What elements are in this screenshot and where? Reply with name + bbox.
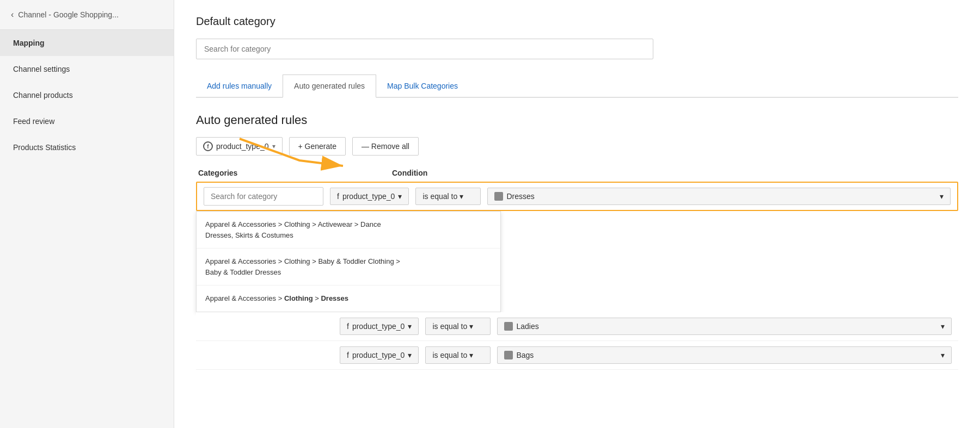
categories-column-header: Categories (196, 169, 359, 177)
feed-icon-3: f (347, 351, 349, 359)
chevron-3: ▾ (408, 351, 412, 359)
sidebar-item-mapping[interactable]: Mapping (0, 30, 174, 56)
rule-row-2-value[interactable]: Ladies ▾ (497, 318, 952, 335)
rule-category-search-input[interactable] (204, 187, 323, 206)
condition-label: product_type_0 (342, 192, 395, 201)
is-equal-chevron-icon: ▾ (460, 192, 463, 201)
rule-row-3-condition[interactable]: f product_type_0 ▾ (340, 346, 419, 364)
value-chevron-icon: ▾ (940, 192, 944, 201)
value-dropdown[interactable]: Dresses ▾ (487, 188, 951, 205)
is-equal-label: is equal to (422, 192, 457, 201)
chevron-down-icon: ▾ (272, 142, 275, 150)
sidebar-item-feed-review[interactable]: Feed review (0, 108, 174, 134)
sidebar-back-label: Channel - Google Shopping... (18, 10, 118, 19)
chevron-left-icon: ‹ (11, 10, 14, 20)
dropdown-result-3[interactable]: Apparel & Accessories > Clothing > Dress… (197, 286, 500, 312)
rule-row-3: f product_type_0 ▾ is equal to ▾ Bags ▾ (196, 341, 958, 370)
tabs-bar: Add rules manually Auto generated rules … (196, 75, 958, 98)
generate-button[interactable]: + Generate (289, 137, 346, 156)
rule-row-3-value[interactable]: Bags ▾ (497, 346, 952, 364)
sidebar-item-products-statistics[interactable]: Products Statistics (0, 134, 174, 160)
rule-row-2-condition[interactable]: f product_type_0 ▾ (340, 318, 419, 335)
dropdown-result-2[interactable]: Apparel & Accessories > Clothing > Baby … (197, 249, 500, 286)
value-label: Dresses (506, 192, 534, 201)
chevron-2: ▾ (408, 322, 412, 331)
condition-chevron-icon: ▾ (398, 192, 402, 201)
product-type-label: product_type_0 (216, 142, 269, 151)
chevron-3c: ▾ (941, 351, 945, 359)
dropdown-result-1[interactable]: Apparel & Accessories > Clothing > Activ… (197, 212, 500, 249)
sidebar-nav: Mapping Channel settings Channel product… (0, 30, 174, 160)
product-type-dropdown[interactable]: f product_type_0 ▾ (196, 137, 283, 156)
value-icon (494, 192, 503, 201)
is-equal-dropdown[interactable]: is equal to ▾ (415, 188, 481, 205)
chevron-2c: ▾ (941, 322, 945, 331)
sidebar-back-button[interactable]: ‹ Channel - Google Shopping... (0, 0, 174, 30)
chevron-3b: ▾ (469, 351, 473, 359)
rule-row-2: f product_type_0 ▾ is equal to ▾ Ladies … (196, 312, 958, 341)
rules-controls: f product_type_0 ▾ + Generate — Remove a… (196, 137, 958, 156)
sidebar-item-channel-settings[interactable]: Channel settings (0, 56, 174, 82)
tab-auto-generated-rules[interactable]: Auto generated rules (283, 75, 376, 98)
category-dropdown-results: Apparel & Accessories > Clothing > Activ… (196, 211, 501, 312)
remove-all-button[interactable]: — Remove all (352, 137, 419, 156)
default-category-search-input[interactable] (196, 39, 653, 59)
feed-icon-2: f (347, 322, 349, 331)
chevron-2b: ▾ (469, 322, 473, 331)
default-category-title: Default category (196, 15, 958, 28)
condition-feed-icon: f (337, 192, 339, 201)
main-content: Default category Add rules manually Auto… (174, 0, 980, 428)
val-icon-3 (504, 351, 513, 359)
condition-column-header: Condition (392, 169, 427, 177)
tab-map-bulk-categories[interactable]: Map Bulk Categories (376, 75, 469, 97)
auto-rules-title: Auto generated rules (196, 113, 958, 127)
feed-icon: f (203, 141, 213, 151)
rule-row-2-is-equal[interactable]: is equal to ▾ (425, 318, 491, 335)
table-headers: Categories Condition (196, 169, 958, 182)
sidebar: ‹ Channel - Google Shopping... Mapping C… (0, 0, 174, 428)
val-icon-2 (504, 322, 513, 331)
rule-condition-dropdown[interactable]: f product_type_0 ▾ (330, 188, 409, 205)
rule-row-3-is-equal[interactable]: is equal to ▾ (425, 346, 491, 364)
highlighted-rule-row: f product_type_0 ▾ is equal to ▾ Dresses… (196, 182, 958, 211)
tab-add-rules-manually[interactable]: Add rules manually (196, 75, 283, 97)
sidebar-item-channel-products[interactable]: Channel products (0, 82, 174, 108)
